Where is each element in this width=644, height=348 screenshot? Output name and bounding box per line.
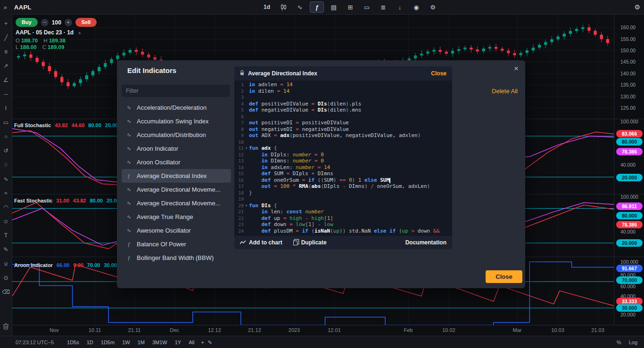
range-button-1d[interactable]: 1D — [84, 338, 96, 347]
chevron-up-icon[interactable]: ∧ — [78, 31, 81, 35]
fib-retracement-icon[interactable]: ≡ — [1, 47, 11, 57]
range-button-1d5m[interactable]: 1D5m — [98, 338, 117, 347]
edit-range-icon[interactable]: ✎ — [208, 340, 212, 346]
symbol-label[interactable]: AAPL — [14, 4, 32, 11]
right-axis[interactable]: 160.00155.00150.00145.00140.00135.00130.… — [614, 14, 644, 325]
pencil-tool-icon[interactable]: ✎ — [1, 245, 11, 254]
topbar-tools: 1d∿ƒ▤⊞▭≣↓◉⚙ — [260, 0, 439, 14]
sell-button[interactable]: Sell — [75, 18, 97, 27]
line-number: 17 — [234, 183, 244, 190]
add-range-button[interactable]: + — [201, 340, 204, 345]
pane-title[interactable]: Full Stochastic — [14, 122, 51, 128]
chart-type-icon[interactable] — [277, 2, 290, 12]
magnet-tool-icon[interactable]: ∪ — [1, 259, 11, 268]
indicator-item[interactable]: ƒBollinger Band Width (BBW) — [122, 251, 231, 265]
measure-tool-icon[interactable]: ∠ — [1, 75, 11, 85]
documentation-link[interactable]: Documentation — [405, 239, 446, 246]
indicator-list: ∿Acceleration/Deceleration∿Accumulation … — [122, 101, 231, 265]
indicator-item[interactable]: ƒAverage Directional Index — [122, 169, 231, 183]
grid-line — [12, 39, 614, 40]
indicator-item[interactable]: ∿Awesome Oscillator — [122, 224, 231, 237]
filter-input[interactable] — [122, 85, 230, 97]
snapshot-icon[interactable]: ◉ — [410, 2, 423, 12]
code-line: 2in dilen = 14 — [234, 88, 452, 95]
quantity-plus-button[interactable]: + — [65, 19, 72, 26]
layout-grid-icon[interactable]: ⊞ — [344, 2, 357, 12]
range-button-1m[interactable]: 1M — [135, 338, 148, 347]
interval-button[interactable]: 1d — [260, 2, 273, 12]
indicator-item[interactable]: ∿Accumulation Swing Index — [122, 114, 231, 128]
crosshair-icon[interactable]: + — [1, 19, 11, 28]
emoji-tool-icon[interactable]: ☺ — [1, 217, 11, 226]
cursor-tool-icon[interactable]: I — [1, 104, 11, 113]
close-icon[interactable]: × — [514, 64, 519, 73]
ellipse-tool-icon[interactable]: ○ — [1, 132, 11, 141]
arrow-tool-icon[interactable]: ↗ — [1, 61, 11, 71]
elliott-wave-icon[interactable]: ≈ — [1, 188, 11, 198]
editor-close-button[interactable]: Close — [431, 70, 446, 77]
log-scale-button[interactable]: Log — [629, 340, 637, 345]
indicator-item[interactable]: ∿Acceleration/Deceleration — [122, 101, 231, 114]
price-label: 100.000 — [620, 194, 638, 200]
legend-title[interactable]: AAPL · 05 Dec 23 · 1d — [16, 29, 74, 36]
object-tree-icon[interactable]: ≣ — [377, 2, 390, 12]
range-button-1d5s[interactable]: 1D5s — [64, 338, 82, 347]
trash-icon[interactable] — [3, 323, 9, 331]
code-area[interactable]: 1in adxlen = 142in dilen = 1434def posit… — [234, 81, 452, 236]
arc-tool-icon[interactable]: ◠ — [1, 202, 11, 212]
lock-tool-icon[interactable]: ⊙ — [1, 273, 11, 283]
panel-settings-icon[interactable]: ⚙ — [634, 0, 640, 14]
indicator-item[interactable]: ∿Accumulation/Distribution — [122, 128, 231, 142]
fold-arrow-icon[interactable]: ▾ — [244, 202, 249, 209]
wave-tool-icon[interactable]: ∿ — [1, 174, 11, 184]
indicator-item[interactable]: ∿Average Directional Moveme... — [122, 183, 231, 196]
indicator-item[interactable]: ƒBalance Of Power — [122, 237, 231, 251]
script-editor: Average Directional Index Close 1in adxl… — [234, 66, 453, 250]
pane-title[interactable]: Aroon Indicator — [14, 262, 53, 268]
grid-line — [12, 50, 614, 51]
editor-header: Average Directional Index Close — [234, 66, 452, 81]
pane-legend: Full Stochastic43.8244.6080.0020.00 — [14, 122, 118, 128]
rectangle-tool-icon[interactable]: ▭ — [1, 118, 11, 127]
clock-label[interactable]: 07:23:12 UTC−5 — [16, 340, 54, 345]
duplicate-button[interactable]: Duplicate — [292, 239, 327, 246]
dialog-close-button[interactable]: Close — [486, 270, 522, 283]
indicator-item[interactable]: ∿Aroon Indicator — [122, 142, 231, 155]
indicator-item[interactable]: ∿Average Directional Moveme... — [122, 196, 231, 210]
percent-scale-button[interactable]: % — [617, 340, 621, 345]
indicators-fx-button[interactable]: ƒ — [310, 1, 324, 13]
add-to-chart-button[interactable]: Add to chart — [240, 239, 282, 246]
range-button-all[interactable]: All — [186, 338, 197, 347]
indicator-label: Accumulation Swing Index — [137, 118, 208, 125]
range-button-1w[interactable]: 1W — [119, 338, 133, 347]
shapes-tool-icon[interactable]: ♢ — [1, 160, 11, 170]
code-line: 24 def plusDM = if (isNaN(up)) std.NaN e… — [234, 228, 452, 235]
indicator-label: Average Directional Index — [137, 172, 207, 179]
indicator-item[interactable]: ∿Average True Range — [122, 210, 231, 224]
indicator-item[interactable]: ∿Aroon Oscillator — [122, 155, 231, 169]
export-icon[interactable]: ↓ — [393, 2, 406, 12]
quantity-minus-button[interactable]: − — [41, 19, 49, 26]
line-number: 2 — [234, 88, 244, 95]
save-layout-icon[interactable]: ▭ — [360, 2, 373, 12]
time-axis[interactable]: Nov10.1121.11Dec12.1221.12202312.01Feb10… — [12, 325, 644, 336]
compare-icon[interactable]: ∿ — [293, 2, 306, 12]
price-badge: 20.000 — [616, 174, 643, 181]
horizontal-line-icon[interactable]: ─ — [1, 89, 11, 99]
indicator-templates-icon[interactable]: ▤ — [327, 2, 340, 12]
quantity-value[interactable]: 100 — [52, 19, 61, 26]
price-badge: 78.386 — [616, 221, 643, 228]
eraser-tool-icon[interactable]: ⌫ — [1, 287, 11, 297]
range-button-3m1w[interactable]: 3M1W — [149, 338, 170, 347]
buy-button[interactable]: Buy — [16, 18, 38, 27]
range-button-1y[interactable]: 1Y — [172, 338, 184, 347]
trendline-icon[interactable]: ╱ — [1, 33, 11, 42]
collapse-sidebar-icon[interactable]: » — [0, 4, 10, 11]
text-tool-icon[interactable]: T — [1, 231, 11, 240]
indicator-label: Awesome Oscillator — [137, 227, 191, 234]
fold-arrow-icon[interactable]: ▾ — [244, 145, 249, 152]
pane-title[interactable]: Fast Stochastic — [14, 198, 52, 203]
delete-all-button[interactable]: Delete All — [492, 88, 518, 95]
curve-tool-icon[interactable]: ↺ — [1, 146, 11, 155]
chart-settings-icon[interactable]: ⚙ — [426, 2, 439, 12]
